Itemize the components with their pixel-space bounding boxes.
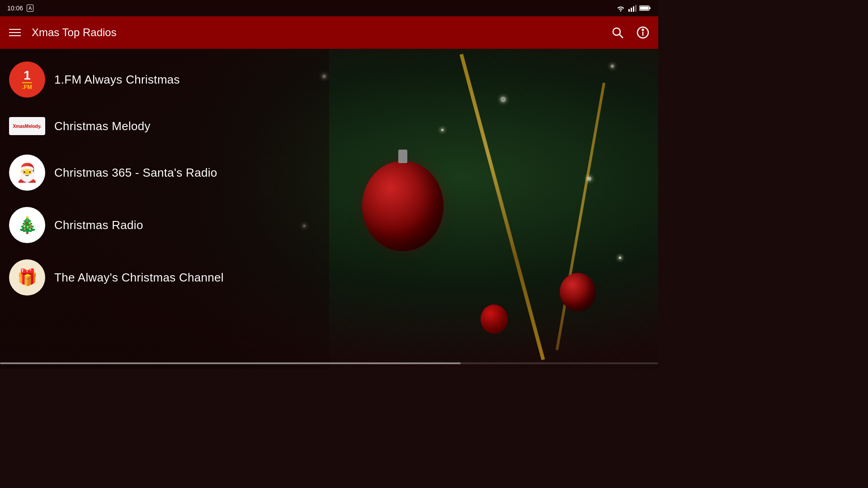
station-logo-xmasmelody: XmasMelody. <box>9 117 45 135</box>
svg-rect-2 <box>633 6 634 12</box>
svg-rect-6 <box>640 7 649 10</box>
station-logo-christmas-radio: 🎄 <box>9 207 45 243</box>
svg-line-8 <box>619 34 623 38</box>
svg-rect-1 <box>631 8 632 12</box>
santa-emoji: 🎅 <box>9 155 45 191</box>
ornament-small-2 <box>481 305 508 334</box>
station-item-santa[interactable]: 🎅 Christmas 365 - Santa's Radio <box>0 146 271 199</box>
light-2 <box>441 129 443 131</box>
station-item-1fm[interactable]: 1 .FM 1.FM Always Christmas <box>0 53 271 106</box>
svg-rect-3 <box>635 5 637 12</box>
scrollbar-thumb[interactable] <box>0 362 461 364</box>
status-right <box>616 5 651 12</box>
wifi-icon <box>616 5 626 12</box>
station-item-always-christmas[interactable]: 🎁 The Alway's Christmas Channel <box>0 251 271 304</box>
svg-rect-5 <box>649 7 651 9</box>
info-button[interactable] <box>637 26 649 39</box>
station-item-christmas-radio[interactable]: 🎄 Christmas Radio <box>0 199 271 251</box>
station-item-christmas-melody[interactable]: XmasMelody. Christmas Melody <box>0 106 271 146</box>
station-name-christmas-radio: Christmas Radio <box>54 218 143 232</box>
light-7 <box>611 65 614 68</box>
light-5 <box>587 177 591 181</box>
app-title: Xmas Top Radios <box>32 26 600 39</box>
1fm-number: 1 <box>24 69 31 82</box>
station-logo-always-christmas: 🎁 <box>9 259 45 296</box>
station-logo-santa: 🎅 <box>9 155 45 191</box>
station-logo-1fm: 1 .FM <box>9 61 45 98</box>
1fm-logo-inner: 1 .FM <box>22 69 32 90</box>
light-3 <box>500 97 506 102</box>
hamburger-menu-button[interactable] <box>9 29 21 36</box>
app-bar: Xmas Top Radios <box>0 16 658 49</box>
station-name-1fm: 1.FM Always Christmas <box>54 73 180 87</box>
status-time: 10:06 <box>7 5 23 12</box>
station-name-always-christmas: The Alway's Christmas Channel <box>54 271 224 285</box>
app-bar-actions <box>611 26 649 39</box>
light-6 <box>619 257 621 259</box>
christmas-radio-emoji: 🎄 <box>17 216 38 235</box>
station-list: 1 .FM 1.FM Always Christmas XmasMelody. … <box>0 49 271 308</box>
svg-rect-0 <box>628 9 630 12</box>
always-christmas-emoji: 🎁 <box>17 268 38 287</box>
signal-icon <box>628 5 637 12</box>
svg-point-7 <box>613 28 620 35</box>
status-left: 10:06 A <box>7 5 33 12</box>
status-bar: 10:06 A <box>0 0 658 16</box>
station-name-santa: Christmas 365 - Santa's Radio <box>54 166 217 180</box>
battery-icon <box>639 5 651 11</box>
scrollbar-track <box>0 362 658 364</box>
ornament-small-1 <box>560 273 596 311</box>
xmasmelody-logo-text: XmasMelody. <box>13 124 41 129</box>
1fm-suffix: .FM <box>22 82 32 90</box>
scrollbar-container[interactable] <box>0 362 658 365</box>
svg-point-11 <box>642 29 644 31</box>
search-button[interactable] <box>611 26 624 39</box>
status-icon-a: A <box>27 5 33 12</box>
station-name-christmas-melody: Christmas Melody <box>54 119 151 133</box>
ornament-main <box>362 161 443 251</box>
